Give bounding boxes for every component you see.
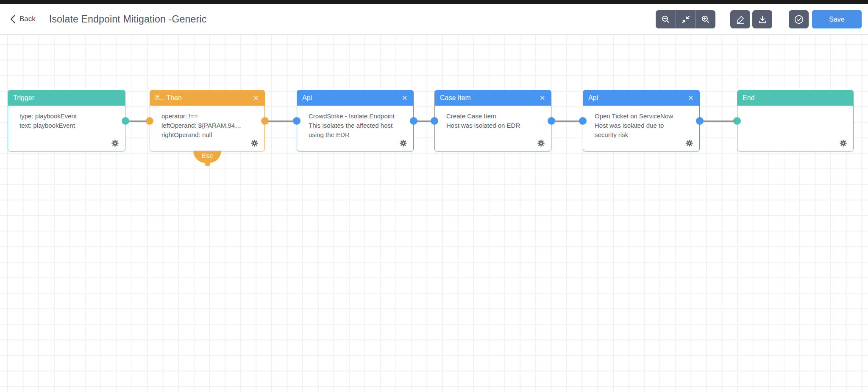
node-type-label: Api [588, 94, 688, 102]
check-circle-icon [793, 14, 804, 25]
download-icon [757, 14, 768, 25]
node-header: Case Item× [435, 90, 551, 106]
back-button[interactable]: Back [10, 14, 36, 24]
zoom-in-button[interactable] [696, 10, 715, 28]
close-icon[interactable]: × [688, 94, 693, 102]
save-button[interactable]: Save [812, 10, 862, 28]
settings-gear-icon[interactable] [537, 140, 545, 147]
node-type-label: If... Then [155, 94, 253, 102]
settings-gear-icon[interactable] [686, 140, 693, 147]
zoom-out-icon [661, 14, 671, 25]
page-title: Isolate Endpoint Mitigation -Generic [49, 14, 207, 25]
fit-to-screen-button[interactable] [676, 10, 696, 28]
node-body-line: Open Ticket on ServiceNow [595, 112, 693, 121]
node-type-label: Api [302, 94, 402, 102]
node-body-line: Create Case Item [446, 112, 545, 121]
node-type-label: End [743, 94, 847, 102]
app-header: Back Isolate Endpoint Mitigation -Generi… [0, 4, 868, 35]
node-header: End [737, 90, 853, 106]
else-label: Else [201, 152, 213, 159]
node-header: Trigger [8, 90, 125, 106]
node-body-line: text: playbookEvent [19, 121, 119, 130]
settings-gear-icon[interactable] [400, 140, 407, 147]
zoom-button-group [656, 10, 715, 28]
node-if-then[interactable]: If... Then×operator: !==leftOperand: ${P… [150, 90, 265, 151]
node-api[interactable]: Api×Open Ticket on ServiceNowHost was is… [583, 90, 700, 151]
connector-port-right[interactable] [410, 117, 417, 125]
node-body: type: playbookEventtext: playbookEvent [8, 106, 125, 130]
export-button[interactable] [752, 10, 772, 28]
zoom-out-button[interactable] [656, 10, 676, 28]
connector-port-right[interactable] [122, 117, 129, 125]
connector-line [551, 120, 583, 122]
node-header: If... Then× [150, 90, 264, 106]
fit-to-screen-icon [681, 14, 691, 25]
close-icon[interactable]: × [253, 94, 259, 102]
node-type-label: Trigger [13, 94, 119, 102]
node-trigger[interactable]: Triggertype: playbookEventtext: playbook… [8, 90, 125, 151]
connector-port-right[interactable] [261, 117, 269, 125]
node-body-line: type: playbookEvent [19, 112, 119, 121]
connector-line [700, 120, 737, 122]
else-port[interactable] [205, 161, 210, 166]
node-body-line: leftOperand: ${PARAM.94… [161, 121, 259, 130]
node-body: CrowdStrike - Isolate EndpointThis isola… [297, 106, 413, 140]
connector-port-left[interactable] [293, 117, 300, 125]
node-body-line: using the EDR [309, 130, 407, 140]
connector-port-left[interactable] [733, 117, 741, 125]
node-body-line: Host was isolated due to [595, 121, 693, 130]
pencil-icon [735, 14, 746, 25]
zoom-in-icon [701, 14, 711, 25]
close-icon[interactable]: × [540, 94, 545, 102]
connector-port-left[interactable] [146, 117, 153, 125]
else-branch-handle[interactable]: Else [193, 151, 221, 163]
close-icon[interactable]: × [402, 94, 407, 102]
node-header: Api× [297, 90, 413, 106]
node-body: operator: !==leftOperand: ${PARAM.94…rig… [150, 106, 264, 140]
settings-gear-icon[interactable] [251, 140, 258, 147]
window-chrome-bar [0, 0, 868, 4]
node-body-line: CrowdStrike - Isolate Endpoint [309, 112, 407, 121]
connector-port-right[interactable] [696, 117, 704, 125]
node-body [737, 106, 853, 112]
node-body-line: rightOperand: null [161, 130, 259, 140]
chevron-left-icon [10, 14, 16, 24]
node-header: Api× [583, 90, 699, 106]
settings-gear-icon[interactable] [840, 140, 847, 147]
edit-button[interactable] [730, 10, 750, 28]
connector-line [265, 120, 297, 122]
node-end[interactable]: End [737, 90, 854, 151]
back-label: Back [19, 15, 36, 23]
connector-port-left[interactable] [431, 117, 438, 125]
connector-port-right[interactable] [548, 117, 555, 125]
node-type-label: Case Item [440, 94, 540, 102]
validate-button[interactable] [789, 10, 809, 28]
node-body-line: Host was isolated on EDR [446, 121, 545, 130]
connector-port-left[interactable] [579, 117, 587, 125]
settings-gear-icon[interactable] [111, 140, 119, 147]
node-body-line: operator: !== [161, 112, 259, 121]
playbook-canvas[interactable]: Triggertype: playbookEventtext: playbook… [0, 35, 868, 392]
header-toolbar: Save [656, 4, 862, 35]
node-body: Open Ticket on ServiceNowHost was isolat… [583, 106, 699, 140]
node-api[interactable]: Api×CrowdStrike - Isolate EndpointThis i… [297, 90, 414, 151]
node-body-line: security risk [595, 130, 693, 140]
node-body: Create Case ItemHost was isolated on EDR [435, 106, 551, 130]
node-case-item[interactable]: Case Item×Create Case ItemHost was isola… [434, 90, 551, 151]
node-body-line: This isolates the affected host [309, 121, 407, 130]
